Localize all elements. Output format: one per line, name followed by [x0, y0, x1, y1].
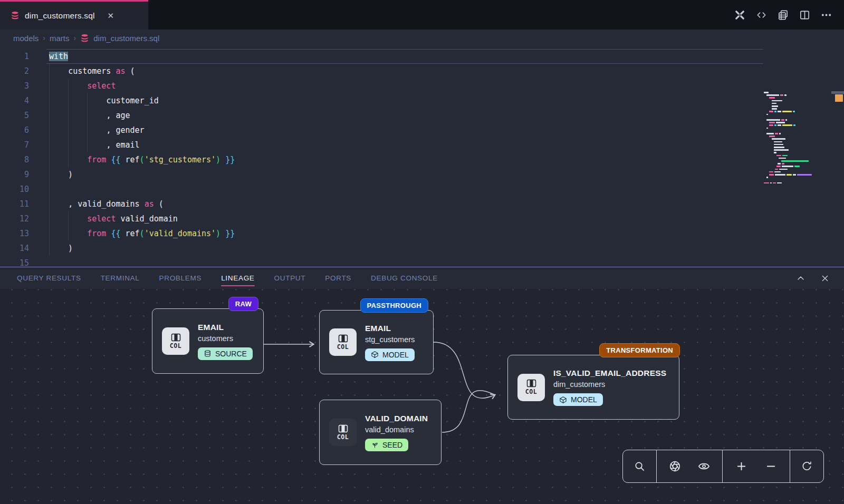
node-model-name: valid_domains — [365, 425, 428, 434]
zoom-in-icon[interactable] — [731, 456, 752, 477]
code-editor[interactable]: 1with2 customers as (3 select4 customer_… — [0, 46, 844, 267]
minimap-line — [774, 152, 776, 153]
more-actions-icon[interactable] — [818, 6, 835, 23]
column-icon: COL — [517, 374, 545, 401]
refresh-icon[interactable] — [797, 456, 818, 477]
code-lines: 1with2 customers as (3 select4 customer_… — [0, 49, 763, 267]
line-number: 6 — [0, 123, 29, 138]
bottom-panel-header: QUERY RESULTSTERMINALPROBLEMSLINEAGEOUTP… — [0, 267, 844, 289]
node-type-pill-seed: SEED — [365, 439, 408, 451]
code-line[interactable]: 1with — [0, 49, 763, 64]
code-line[interactable]: 8 from {{ ref('stg_customers') }} — [0, 152, 763, 167]
toolbar-group — [723, 450, 790, 482]
column-icon: COL — [329, 328, 357, 356]
code-line[interactable]: 10 — [0, 182, 763, 197]
minimap-line — [772, 105, 778, 107]
panel-tab-terminal[interactable]: TERMINAL — [101, 271, 140, 285]
code-line[interactable]: 13 from {{ ref('valid_domains') }} — [0, 226, 763, 241]
node-column-name: EMAIL — [365, 324, 415, 333]
minimap-line — [772, 138, 785, 140]
code-line[interactable]: 6 , gender — [0, 123, 763, 138]
tab-strip: dim_customers.sql ✕ — [0, 0, 844, 30]
tab-title: dim_customers.sql — [25, 11, 95, 21]
panel-tab-lineage[interactable]: LINEAGE — [221, 271, 254, 285]
line-number: 12 — [0, 211, 29, 226]
minimap-line — [766, 119, 787, 121]
line-number: 2 — [0, 64, 29, 79]
model-cube-icon — [371, 351, 379, 358]
node-type-pill-model: MODEL — [553, 393, 603, 406]
line-number: 3 — [0, 79, 29, 93]
minimap-line — [769, 174, 812, 176]
breadcrumb-item[interactable]: marts — [50, 34, 70, 43]
breadcrumb-item[interactable]: models — [13, 34, 39, 43]
overview-ruler-slider[interactable] — [831, 91, 844, 94]
query-results-panel-icon[interactable] — [774, 6, 791, 23]
line-number: 15 — [0, 256, 29, 267]
minimap-line — [769, 171, 781, 173]
line-number: 4 — [0, 93, 29, 108]
column-icon: COL — [329, 419, 357, 446]
panel-tab-output[interactable]: OUTPUT — [274, 271, 306, 285]
minimap-line — [772, 103, 776, 104]
code-line[interactable]: 5 , age — [0, 108, 763, 123]
code-line[interactable]: 3 select — [0, 79, 763, 93]
zoom-out-icon[interactable] — [761, 456, 782, 477]
minimap-line — [774, 147, 784, 148]
panel-tab-debug-console[interactable]: DEBUG CONSOLE — [371, 271, 438, 285]
minimap-line — [766, 94, 787, 96]
aperture-icon[interactable] — [664, 456, 685, 477]
node-type-pill-model: MODEL — [365, 348, 415, 361]
minimap-line — [774, 141, 782, 143]
minimap-line — [776, 155, 788, 157]
code-line[interactable]: 4 customer_id — [0, 93, 763, 108]
breadcrumb-item[interactable]: dim_customers.sql — [93, 34, 159, 43]
code-line[interactable]: 12 select valid_domain — [0, 211, 763, 226]
dbt-extension-icon[interactable] — [731, 6, 748, 23]
lineage-node-customers[interactable]: RAWCOLEMAILcustomersSOURCE — [152, 308, 264, 374]
panel-tab-problems[interactable]: PROBLEMS — [159, 271, 202, 285]
code-line[interactable]: 7 , email — [0, 138, 763, 152]
breadcrumb-separator: › — [43, 34, 45, 42]
lineage-canvas[interactable]: RAWCOLEMAILcustomersSOURCEPASSTHROUGHCOL… — [0, 289, 844, 504]
minimap-line — [772, 100, 782, 102]
editor-actions — [731, 0, 835, 30]
node-badge-passthrough: PASSTHROUGH — [360, 298, 428, 313]
breadcrumb: models›marts›dim_customers.sql — [0, 30, 844, 46]
node-column-name: VALID_DOMAIN — [365, 414, 428, 423]
close-panel-icon[interactable] — [817, 270, 833, 287]
minimap-line — [772, 108, 777, 110]
lineage-node-stg_customers[interactable]: PASSTHROUGHCOLEMAILstg_customersMODEL — [319, 310, 434, 374]
code-line[interactable]: 14 ) — [0, 241, 763, 256]
code-line[interactable]: 15 — [0, 256, 763, 267]
line-number: 9 — [0, 167, 29, 182]
code-line[interactable]: 11 , valid_domains as ( — [0, 197, 763, 211]
minimap[interactable] — [764, 92, 826, 190]
minimap-line — [781, 160, 809, 162]
lineage-node-dim_customers[interactable]: TRANSFORMATIONCOLIS_VALID_EMAIL_ADDRESSd… — [507, 355, 679, 420]
node-badge-transformation: TRANSFORMATION — [599, 343, 680, 357]
split-editor-icon[interactable] — [796, 6, 813, 23]
collapse-panel-icon[interactable] — [792, 270, 809, 287]
open-code-icon[interactable] — [753, 6, 770, 23]
code-line[interactable]: 2 customers as ( — [0, 64, 763, 79]
tab-dim-customers[interactable]: dim_customers.sql ✕ — [0, 0, 148, 30]
eye-icon[interactable] — [693, 456, 714, 477]
minimap-line — [769, 111, 795, 112]
panel-tabs: QUERY RESULTSTERMINALPROBLEMSLINEAGEOUTP… — [17, 271, 438, 285]
tab-close-icon[interactable]: ✕ — [108, 11, 114, 21]
line-number: 11 — [0, 197, 29, 211]
search-icon[interactable] — [629, 456, 650, 477]
minimap-line — [766, 133, 781, 134]
node-column-name: IS_VALID_EMAIL_ADDRESS — [553, 369, 666, 378]
minimap-line — [779, 158, 786, 159]
line-number: 8 — [0, 152, 29, 167]
panel-tab-query-results[interactable]: QUERY RESULTS — [17, 271, 81, 285]
code-line[interactable]: 9 ) — [0, 167, 763, 182]
node-type-pill-source: SOURCE — [198, 347, 253, 360]
minimap-line — [769, 124, 795, 126]
panel-tab-ports[interactable]: PORTS — [325, 271, 351, 285]
lineage-node-valid_domains[interactable]: COLVALID_DOMAINvalid_domainsSEED — [319, 400, 442, 465]
breadcrumb-separator: › — [74, 34, 76, 42]
database-file-icon — [80, 34, 89, 43]
